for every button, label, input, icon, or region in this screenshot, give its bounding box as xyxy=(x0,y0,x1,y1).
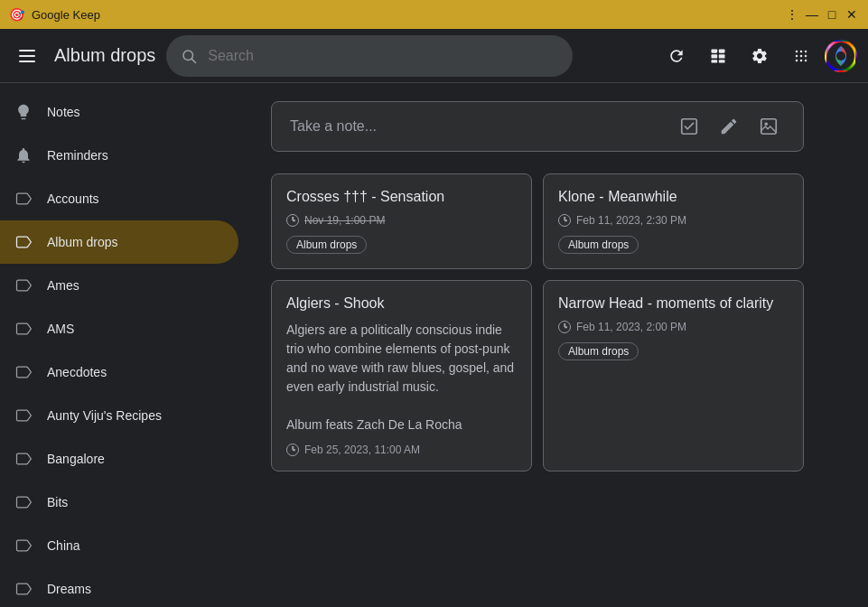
sidebar-item-bangalore[interactable]: Bangalore xyxy=(0,437,238,481)
sidebar-item-label-accounts: Accounts xyxy=(47,191,99,206)
svg-point-15 xyxy=(800,54,803,57)
label-icon-aunty xyxy=(14,406,33,425)
note-tag-1[interactable]: Album drops xyxy=(286,236,367,254)
note-card-4[interactable]: Narrow Head - moments of clarity Feb 11,… xyxy=(543,280,804,472)
svg-point-24 xyxy=(764,122,768,126)
apps-icon xyxy=(792,47,810,65)
header: Album drops xyxy=(0,29,868,83)
layout-button[interactable] xyxy=(700,38,736,74)
label-icon-album-drops xyxy=(14,233,33,251)
sidebar-item-bits[interactable]: Bits xyxy=(0,481,238,524)
avatar-logo xyxy=(828,43,854,69)
label-china-icon xyxy=(14,537,33,555)
svg-point-14 xyxy=(796,54,798,57)
hamburger-button[interactable] xyxy=(11,40,43,72)
titlebar-left: 🎯 Google Keep xyxy=(9,7,100,22)
apps-button[interactable] xyxy=(783,38,819,74)
svg-rect-8 xyxy=(719,54,725,58)
take-note-bar[interactable]: Take a note... xyxy=(271,101,804,152)
label-outline-icon xyxy=(14,190,33,208)
sidebar-item-reminders[interactable]: Reminders xyxy=(0,134,238,177)
svg-point-13 xyxy=(805,50,807,52)
label-icon-accounts xyxy=(14,190,33,208)
sidebar-item-label-album-drops: Album drops xyxy=(47,235,118,249)
titlebar-minimize-btn[interactable]: — xyxy=(805,7,819,22)
image-icon xyxy=(759,117,779,136)
add-image-button[interactable] xyxy=(752,110,785,143)
note-tag-2[interactable]: Album drops xyxy=(558,236,639,254)
content-area: Take a note... xyxy=(253,83,868,607)
sidebar-item-dreams[interactable]: Dreams xyxy=(0,567,238,607)
sidebar-item-anecdotes[interactable]: Anecdotes xyxy=(0,350,238,394)
note-footer-time-3: Feb 25, 2023, 11:00 AM xyxy=(286,444,517,456)
note-card-2[interactable]: Klone - Meanwhile Feb 11, 2023, 2:30 PM … xyxy=(543,173,804,269)
label-ames-icon xyxy=(14,276,33,294)
header-right xyxy=(658,38,857,74)
sidebar-item-label-anecdotes: Anecdotes xyxy=(47,365,107,379)
label-icon-dreams xyxy=(14,580,33,598)
sidebar-item-ames[interactable]: Ames xyxy=(0,264,238,307)
sidebar-item-label-reminders: Reminders xyxy=(47,148,108,163)
note-time-4: Feb 11, 2023, 2:00 PM xyxy=(558,321,789,333)
layout-icon xyxy=(709,47,727,65)
sidebar-item-label-ames: Ames xyxy=(47,278,79,293)
clock-icon-2 xyxy=(558,214,571,227)
label-bits-icon xyxy=(14,493,33,511)
note-card-1[interactable]: Crosses ††† - Sensation Nov 19, 1:00 PM … xyxy=(271,173,532,269)
titlebar-maximize-btn[interactable]: □ xyxy=(825,7,839,22)
sidebar-item-accounts[interactable]: Accounts xyxy=(0,177,238,220)
svg-point-18 xyxy=(800,59,803,61)
notes-grid: Crosses ††† - Sensation Nov 19, 1:00 PM … xyxy=(271,173,804,472)
label-bangalore-icon xyxy=(14,450,33,468)
reminders-icon xyxy=(14,146,33,164)
pencil-icon xyxy=(719,117,739,136)
label-icon-bangalore xyxy=(14,450,33,468)
svg-point-17 xyxy=(796,59,798,61)
add-checkbox-button[interactable] xyxy=(673,110,705,143)
notes-icon xyxy=(14,103,33,121)
note-title-1: Crosses ††† - Sensation xyxy=(286,189,517,205)
svg-point-19 xyxy=(805,59,807,61)
label-icon-ams xyxy=(14,320,33,338)
label-icon-china xyxy=(14,537,33,555)
main-layout: Notes Reminders Accounts xyxy=(0,83,868,607)
titlebar-close-btn[interactable]: ✕ xyxy=(845,7,859,22)
take-note-icons xyxy=(673,110,785,143)
avatar[interactable] xyxy=(825,40,857,72)
svg-point-11 xyxy=(796,50,798,52)
lightbulb-icon xyxy=(14,103,33,121)
label-anecdotes-icon xyxy=(14,363,33,381)
sidebar-item-ams[interactable]: AMS xyxy=(0,307,238,350)
sidebar-item-aunty-vijus-recipes[interactable]: Aunty Viju's Recipes xyxy=(0,394,238,437)
search-input[interactable] xyxy=(208,48,558,64)
refresh-button[interactable] xyxy=(658,38,695,74)
label-aunty-icon xyxy=(14,406,33,425)
note-card-3[interactable]: Algiers - Shook Algiers are a politicall… xyxy=(271,280,532,472)
add-drawing-button[interactable] xyxy=(713,110,745,143)
sidebar-item-notes[interactable]: Notes xyxy=(0,90,238,134)
note-body-3: Algiers are a politically conscious indi… xyxy=(286,321,517,434)
note-title-4: Narrow Head - moments of clarity xyxy=(558,295,789,312)
sidebar-item-album-drops[interactable]: Album drops xyxy=(0,220,238,264)
sidebar-item-china[interactable]: China xyxy=(0,524,238,567)
settings-icon xyxy=(751,47,769,65)
note-tag-4[interactable]: Album drops xyxy=(558,342,639,360)
take-note-placeholder: Take a note... xyxy=(290,118,673,135)
titlebar-ext-icon: 🎯 xyxy=(9,7,24,22)
titlebar-menu-btn[interactable]: ⋮ xyxy=(785,7,799,22)
search-bar[interactable] xyxy=(166,35,573,77)
clock-icon-3 xyxy=(286,444,299,456)
titlebar: 🎯 Google Keep ⋮ — □ ✕ xyxy=(0,0,868,29)
svg-line-4 xyxy=(192,59,196,62)
label-outline-icon-active xyxy=(14,233,33,251)
search-icon xyxy=(181,48,197,64)
sidebar-item-label-ams: AMS xyxy=(47,322,74,336)
label-ams-icon xyxy=(14,320,33,338)
sidebar-item-label-bits: Bits xyxy=(47,495,68,509)
sidebar-item-label-dreams: Dreams xyxy=(47,582,91,596)
svg-rect-7 xyxy=(712,54,718,58)
svg-point-16 xyxy=(805,54,807,57)
settings-button[interactable] xyxy=(742,38,778,74)
svg-rect-23 xyxy=(761,119,777,135)
sidebar: Notes Reminders Accounts xyxy=(0,83,253,607)
